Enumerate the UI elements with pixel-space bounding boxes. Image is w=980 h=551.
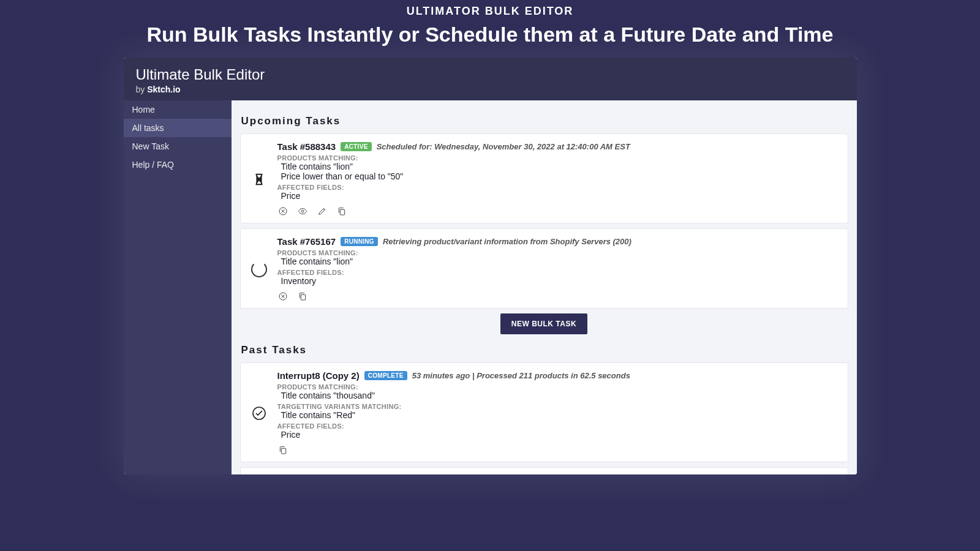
task-card: Task #451847COMPLETEabout 19 hours ago |… xyxy=(240,467,848,474)
check-icon xyxy=(249,406,269,421)
sidebar-item-help-faq[interactable]: Help / FAQ xyxy=(124,156,232,174)
task-title: Task #588343 xyxy=(277,141,336,152)
svg-rect-4 xyxy=(301,294,305,300)
new-bulk-task-button[interactable]: NEW BULK TASK xyxy=(500,313,587,334)
task-meta: Retrieving product/variant information f… xyxy=(383,237,631,246)
svg-rect-2 xyxy=(340,209,344,215)
copy-button[interactable] xyxy=(297,291,308,302)
promo-title: ULTIMATOR BULK EDITOR xyxy=(0,5,980,18)
task-meta: Scheduled for: Wednesday, November 30, 2… xyxy=(377,142,630,151)
main-content: Upcoming Tasks Task #588343ACTIVESchedul… xyxy=(232,100,857,474)
svg-rect-6 xyxy=(281,448,285,454)
affected-field: Price xyxy=(281,191,839,201)
copy-button[interactable] xyxy=(336,206,347,217)
hourglass-icon xyxy=(249,173,269,186)
variant-rule: Title contains "Red" xyxy=(281,410,839,420)
cancel-button[interactable] xyxy=(277,291,288,302)
matching-rule: Title contains "thousand" xyxy=(281,391,839,400)
task-title: Interrupt8 (Copy 2) xyxy=(277,370,360,381)
copy-button[interactable] xyxy=(277,444,288,455)
matching-rule: Price lower than or equal to "50" xyxy=(281,171,839,181)
task-card: Task #765167RUNNINGRetrieving product/va… xyxy=(240,228,848,309)
task-meta: 53 minutes ago | Processed 211 products … xyxy=(412,371,630,380)
matching-rule: Title contains "lion" xyxy=(281,257,839,266)
view-button[interactable] xyxy=(297,206,308,217)
products-matching-label: PRODUCTS MATCHING: xyxy=(277,154,839,162)
task-card: Interrupt8 (Copy 2)COMPLETE53 minutes ag… xyxy=(240,362,848,462)
affected-fields-label: AFFECTED FIELDS: xyxy=(277,269,839,276)
affected-fields-label: AFFECTED FIELDS: xyxy=(277,184,839,191)
sidebar-item-new-task[interactable]: New Task xyxy=(124,137,232,156)
cancel-button[interactable] xyxy=(277,206,288,217)
affected-field: Inventory xyxy=(281,276,839,286)
past-tasks-heading: Past Tasks xyxy=(241,344,848,356)
task-card: Task #588343ACTIVEScheduled for: Wednesd… xyxy=(240,133,848,223)
sidebar: HomeAll tasksNew TaskHelp / FAQ xyxy=(124,100,232,474)
matching-rule: Title contains "lion" xyxy=(281,162,839,171)
status-badge: COMPLETE xyxy=(364,371,407,380)
svg-point-1 xyxy=(301,210,304,212)
products-matching-label: PRODUCTS MATCHING: xyxy=(277,249,839,257)
sidebar-item-all-tasks[interactable]: All tasks xyxy=(124,119,232,137)
vendor-link[interactable]: Sktch.io xyxy=(147,84,180,94)
targeting-variants-label: TARGETTING VARIANTS MATCHING: xyxy=(277,403,839,410)
affected-field: Price xyxy=(281,430,839,440)
promo-subtitle: Run Bulk Tasks Instantly or Schedule the… xyxy=(0,23,980,47)
upcoming-tasks-heading: Upcoming Tasks xyxy=(241,115,848,127)
status-badge: RUNNING xyxy=(341,237,378,246)
app-window: Ultimate Bulk Editor by Sktch.io HomeAll… xyxy=(124,58,857,474)
affected-fields-label: AFFECTED FIELDS: xyxy=(277,422,839,430)
status-badge: ACTIVE xyxy=(341,142,371,151)
task-title: Task #765167 xyxy=(277,236,336,247)
sidebar-item-home[interactable]: Home xyxy=(124,100,232,119)
promo-header: ULTIMATOR BULK EDITOR Run Bulk Tasks Ins… xyxy=(0,0,980,49)
edit-button[interactable] xyxy=(317,206,328,217)
products-matching-label: PRODUCTS MATCHING: xyxy=(277,383,839,391)
spinner-icon xyxy=(249,261,269,277)
app-header: Ultimate Bulk Editor by Sktch.io xyxy=(124,58,857,100)
app-byline: by Sktch.io xyxy=(136,84,845,94)
app-title: Ultimate Bulk Editor xyxy=(136,66,845,83)
